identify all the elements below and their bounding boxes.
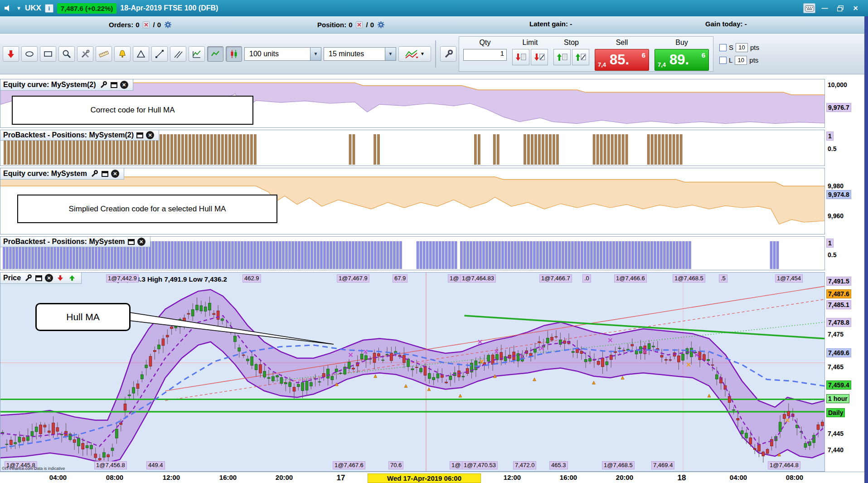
keyboard-icon[interactable] — [803, 3, 815, 13]
timeframe-select[interactable]: 15 minutes ▼ — [324, 47, 396, 61]
qty-input[interactable]: 1 — [463, 49, 507, 61]
limit-sell-order-button[interactable] — [512, 49, 529, 65]
triangle-tool-icon[interactable] — [133, 46, 149, 62]
drawing-tools-icon[interactable] — [77, 46, 93, 62]
wrench-icon[interactable] — [90, 169, 99, 178]
position-slash: / — [366, 21, 368, 29]
buy-arrow-icon[interactable] — [68, 273, 77, 283]
wrench-icon[interactable] — [99, 80, 108, 89]
order-label[interactable]: 1@7,464.8 — [768, 461, 800, 469]
sell-price-prefix: 7,4 — [598, 61, 606, 68]
orders-group: Orders: 0 / 0 — [109, 20, 172, 29]
buy-button[interactable]: 7,4 89. 6 — [655, 49, 709, 71]
equity2-chart-area[interactable]: Equity curve: MySystem ✕ Simplied Creati… — [0, 168, 825, 234]
window-icon[interactable] — [128, 239, 135, 245]
sell-button[interactable]: 7,4 85. 6 — [595, 49, 649, 71]
close-button[interactable]: ✕ — [849, 3, 862, 13]
candlestick-style-button[interactable] — [226, 46, 242, 62]
time-label: Wed 17-Apr-2019 06:00 — [368, 473, 481, 483]
close-position-icon[interactable] — [355, 20, 364, 29]
minimize-button[interactable]: — — [819, 3, 831, 13]
close-icon[interactable]: ✕ — [146, 131, 154, 139]
equity1-chart-area[interactable]: Equity curve: MySystem(2) ✕ Correct code… — [0, 79, 825, 128]
indicator-chart-icon[interactable] — [189, 46, 205, 62]
limit-checkbox[interactable] — [719, 57, 727, 64]
positions1-panel: ProBacktest - Positions: MySystem(2) ✕ 1… — [0, 130, 868, 166]
stop-buy-order-edit-button[interactable] — [572, 49, 589, 65]
order-label[interactable]: 1@7,454 — [775, 274, 803, 283]
order-label[interactable]: 7,469.4 — [651, 461, 674, 469]
stop-checkbox[interactable] — [719, 44, 727, 51]
close-icon[interactable]: ✕ — [45, 274, 53, 282]
order-label[interactable]: 462.9 — [242, 274, 261, 283]
s-points-input[interactable]: 10 — [736, 43, 748, 52]
line-chart-style-button[interactable] — [207, 46, 223, 62]
order-label[interactable]: 1@7,442.9 — [106, 274, 139, 283]
order-label[interactable]: 465.3 — [549, 461, 568, 469]
sell-arrow-icon[interactable] — [56, 273, 65, 283]
position-settings-gear-icon[interactable] — [376, 20, 385, 29]
chevron-down-icon: ▼ — [420, 51, 425, 56]
order-label[interactable]: 1@ — [448, 274, 461, 283]
sell-label: Sell — [616, 38, 628, 48]
order-label[interactable]: 67.9 — [393, 274, 407, 283]
speaker-icon[interactable] — [4, 4, 13, 13]
channel-tool-icon[interactable] — [170, 46, 186, 62]
axis-label: 7,475 — [826, 330, 845, 338]
axis-label: Daily — [826, 408, 845, 417]
order-label[interactable]: 1@7,456.8 — [94, 461, 127, 469]
sell-order-arrow-icon[interactable] — [3, 46, 19, 62]
order-label[interactable]: 449.4 — [146, 461, 165, 469]
orders-settings-gear-icon[interactable] — [163, 20, 172, 29]
buy-price-prefix: 7,4 — [658, 61, 666, 68]
trendline-tool-icon[interactable] — [151, 46, 168, 62]
close-icon[interactable]: ✕ — [111, 170, 119, 178]
ellipse-tool-icon[interactable] — [21, 46, 38, 62]
l-points-input[interactable]: 10 — [735, 56, 747, 65]
units-select[interactable]: 100 units ▼ — [244, 47, 321, 61]
positions2-axis: 10.5 — [825, 236, 868, 270]
chart-style-picker-button[interactable]: ▼ — [398, 46, 431, 62]
order-label[interactable]: 1@7,467.9 — [337, 274, 369, 283]
order-label[interactable]: 1@7,466.7 — [539, 274, 572, 283]
restore-button[interactable] — [834, 3, 846, 13]
cancel-orders-icon[interactable] — [142, 20, 151, 29]
equity2-panel: Equity curve: MySystem ✕ Simplied Creati… — [0, 168, 868, 234]
candlestick-chart[interactable] — [0, 273, 824, 471]
symbol-dropdown-caret[interactable]: ▼ — [16, 5, 21, 11]
time-label: 12:00 — [163, 473, 180, 481]
order-label[interactable]: 1@7,467.6 — [333, 461, 365, 469]
window-icon[interactable] — [136, 132, 143, 138]
positions1-chart-area[interactable]: ProBacktest - Positions: MySystem(2) ✕ — [0, 130, 825, 166]
order-label[interactable]: 1@ — [450, 461, 462, 469]
positions2-chart-area[interactable]: ProBacktest - Positions: MySystem ✕ — [0, 236, 825, 270]
wrench-icon[interactable] — [24, 273, 33, 283]
order-label[interactable]: 1@7,468.5 — [673, 274, 705, 283]
order-label[interactable]: .0 — [582, 274, 591, 283]
annotation-box[interactable]: Correct code for Hull MA — [12, 96, 253, 125]
order-label[interactable]: 1@7,466.6 — [614, 274, 647, 283]
annotation-box[interactable]: Simplied Creation code for a selected Hu… — [17, 195, 277, 223]
close-icon[interactable]: ✕ — [137, 238, 145, 246]
stop-buy-order-button[interactable] — [553, 49, 571, 65]
order-label[interactable]: 70.6 — [388, 461, 403, 469]
close-icon[interactable]: ✕ — [120, 81, 128, 89]
alert-bell-icon[interactable] — [114, 46, 131, 62]
window-icon[interactable] — [102, 171, 108, 177]
order-label[interactable]: 1@7,470.53 — [462, 461, 498, 469]
price-axis[interactable]: 7,491.57,487.67,485.17,478.87,4757,469.6… — [825, 272, 868, 472]
zoom-tool-icon[interactable] — [58, 46, 75, 62]
window-icon[interactable] — [111, 82, 117, 88]
price-chart-area[interactable]: Price ✕ Day 7,443.3 High 7,491.9 Low 7,4… — [0, 272, 825, 472]
order-label[interactable]: 7,472.0 — [513, 461, 536, 469]
limit-sell-order-edit-button[interactable] — [531, 49, 548, 65]
info-icon[interactable]: i — [45, 4, 53, 13]
rectangle-tool-icon[interactable] — [40, 46, 56, 62]
hull-ma-callout[interactable]: Hull MA — [35, 303, 131, 331]
order-label[interactable]: .5 — [719, 274, 727, 283]
window-icon[interactable] — [35, 275, 42, 281]
order-settings-wrench-icon[interactable] — [440, 46, 456, 62]
order-label[interactable]: 1@7,468.5 — [602, 461, 635, 469]
order-label[interactable]: 1@7,464.83 — [460, 274, 496, 283]
ruler-tool-icon[interactable] — [96, 46, 112, 62]
